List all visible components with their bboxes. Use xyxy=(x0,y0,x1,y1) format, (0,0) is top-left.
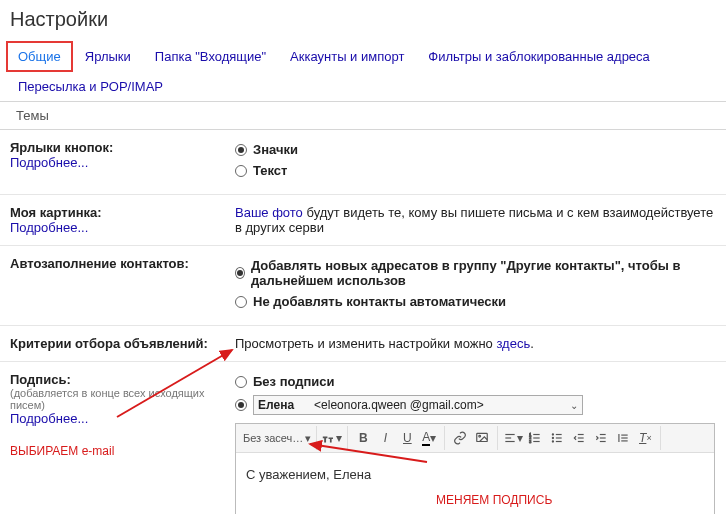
learn-more-link[interactable]: Подробнее... xyxy=(10,411,235,426)
editor-toolbar: Без засеч… ▾ тT▾ B I U A▾ xyxy=(236,424,714,453)
svg-point-15 xyxy=(553,437,554,438)
signature-account-select[interactable]: Елена <eleonora.qween @gmail.com> ⌄ xyxy=(253,395,583,415)
your-photo-link[interactable]: Ваше фото xyxy=(235,205,303,220)
section-button-labels: Ярлыки кнопок: Подробнее... Значки Текст xyxy=(0,130,726,195)
section-autocomplete: Автозаполнение контактов: Добавлять новы… xyxy=(0,246,726,326)
ad-criteria-link[interactable]: здесь xyxy=(496,336,530,351)
text-color-button[interactable]: A▾ xyxy=(419,428,439,448)
tab-accounts[interactable]: Аккаунты и импорт xyxy=(278,41,416,72)
image-button[interactable] xyxy=(472,428,492,448)
caret-down-icon: ▾ xyxy=(305,432,311,445)
radio-no-signature[interactable] xyxy=(235,376,247,388)
section-signature: Подпись: (добавляется в конце всех исход… xyxy=(0,362,726,514)
label-button-labels: Ярлыки кнопок: xyxy=(10,140,235,155)
clear-format-button[interactable]: T× xyxy=(635,428,655,448)
font-family-select[interactable]: Без засеч… ▾ xyxy=(243,428,311,448)
annotation-change-sig: МЕНЯЕМ ПОДПИСЬ xyxy=(436,493,552,507)
ad-criteria-text-post: . xyxy=(530,336,534,351)
annotation-select-email: ВЫБИРАЕМ e-mail xyxy=(10,444,235,458)
radio-text[interactable] xyxy=(235,165,247,177)
signature-select-name: Елена xyxy=(258,398,294,412)
chevron-down-icon: ⌄ xyxy=(570,400,578,411)
bold-button[interactable]: B xyxy=(353,428,373,448)
learn-more-link[interactable]: Подробнее... xyxy=(10,155,235,170)
bullet-list-button[interactable] xyxy=(547,428,567,448)
radio-add-contacts[interactable] xyxy=(235,267,245,279)
section-ad-criteria: Критерии отбора объявлений: Просмотреть … xyxy=(0,326,726,362)
italic-button[interactable]: I xyxy=(375,428,395,448)
quote-button[interactable] xyxy=(613,428,633,448)
radio-icons-label: Значки xyxy=(253,142,298,157)
svg-text:т: т xyxy=(324,435,328,444)
outdent-button[interactable] xyxy=(569,428,589,448)
radio-use-signature[interactable] xyxy=(235,399,247,411)
signature-select-email: <eleonora.qween @gmail.com> xyxy=(314,398,484,412)
indent-button[interactable] xyxy=(591,428,611,448)
radio-noadd-contacts-label: Не добавлять контакты автоматически xyxy=(253,294,506,309)
signature-textarea[interactable]: С уважением, Елена МЕНЯЕМ ПОДПИСЬ xyxy=(236,453,714,514)
label-signature-sub: (добавляется в конце всех исходящих писе… xyxy=(10,387,235,411)
svg-point-13 xyxy=(553,434,554,435)
numbered-list-button[interactable]: 123 xyxy=(525,428,545,448)
underline-button[interactable]: U xyxy=(397,428,417,448)
radio-add-contacts-label: Добавлять новых адресатов в группу "Друг… xyxy=(251,258,716,288)
svg-text:T: T xyxy=(329,437,333,443)
svg-text:3: 3 xyxy=(530,440,532,444)
section-my-picture: Моя картинка: Подробнее... Ваше фото буд… xyxy=(0,195,726,246)
tab-inbox[interactable]: Папка "Входящие" xyxy=(143,41,278,72)
svg-point-17 xyxy=(553,441,554,442)
link-button[interactable] xyxy=(450,428,470,448)
tab-themes[interactable]: Темы xyxy=(6,102,59,129)
radio-text-label: Текст xyxy=(253,163,287,178)
ad-criteria-text-pre: Просмотреть и изменить настройки можно xyxy=(235,336,496,351)
learn-more-link[interactable]: Подробнее... xyxy=(10,220,235,235)
my-picture-text: будут видеть те, кому вы пишете письма и… xyxy=(235,205,713,235)
align-button[interactable]: ▾ xyxy=(503,428,523,448)
label-autocomplete: Автозаполнение контактов: xyxy=(10,256,235,271)
radio-icons[interactable] xyxy=(235,144,247,156)
tab-general[interactable]: Общие xyxy=(6,41,73,72)
radio-no-signature-label: Без подписи xyxy=(253,374,335,389)
signature-body-text: С уважением, Елена xyxy=(246,467,371,482)
tab-forwarding[interactable]: Пересылка и POP/IMAP xyxy=(6,71,175,102)
font-size-button[interactable]: тT▾ xyxy=(322,428,342,448)
radio-noadd-contacts[interactable] xyxy=(235,296,247,308)
page-title: Настройки xyxy=(0,0,726,41)
tab-labels[interactable]: Ярлыки xyxy=(73,41,143,72)
signature-editor: Без засеч… ▾ тT▾ B I U A▾ xyxy=(235,423,715,514)
tabs-bar: Общие Ярлыки Папка "Входящие" Аккаунты и… xyxy=(0,41,726,102)
tab-filters[interactable]: Фильтры и заблокированные адреса xyxy=(416,41,661,72)
label-my-picture: Моя картинка: xyxy=(10,205,235,220)
label-signature: Подпись: xyxy=(10,372,235,387)
label-ad-criteria: Критерии отбора объявлений: xyxy=(10,336,235,351)
svg-point-3 xyxy=(479,435,481,437)
